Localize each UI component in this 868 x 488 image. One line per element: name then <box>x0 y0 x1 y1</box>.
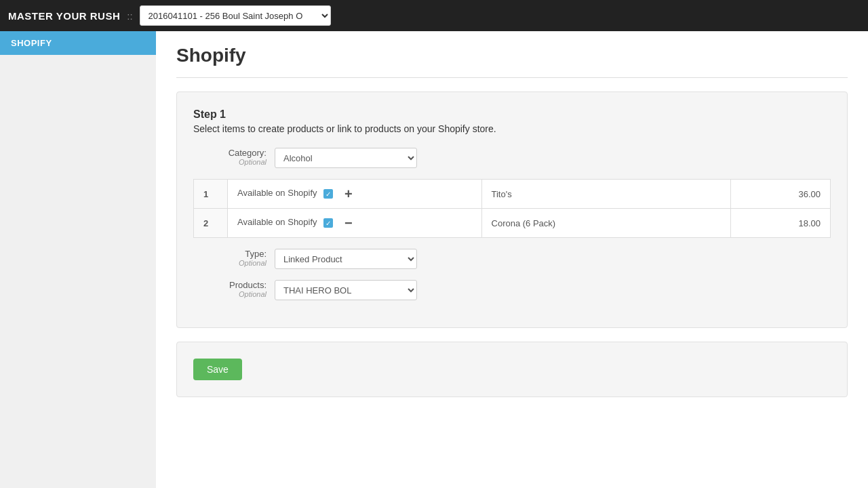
app-title: MASTER YOUR RUSH <box>8 10 120 22</box>
save-card: Save <box>176 342 848 397</box>
table-row: 2 Available on Shopify − Corona (6 Pack)… <box>194 209 831 238</box>
category-label-group: Category: Optional <box>193 148 275 166</box>
item-price: 36.00 <box>731 180 831 209</box>
row-number: 2 <box>194 209 228 238</box>
sidebar-item-shopify[interactable]: SHOPIFY <box>0 31 156 55</box>
step1-description: Select items to create products or link … <box>193 123 831 134</box>
category-row: Category: Optional Alcohol <box>193 148 831 168</box>
step1-title: Step 1 <box>193 108 831 121</box>
layout: SHOPIFY Shopify Step 1 Select items to c… <box>0 31 868 488</box>
available-checkbox[interactable] <box>323 189 333 199</box>
step1-card: Step 1 Select items to create products o… <box>176 92 848 328</box>
save-button[interactable]: Save <box>193 359 242 380</box>
type-label-group: Type: Optional <box>193 249 275 267</box>
header: MASTER YOUR RUSH :: 2016041101 - 256 Bou… <box>0 0 868 31</box>
products-label-group: Products: Optional <box>193 280 275 298</box>
products-optional: Optional <box>193 290 267 298</box>
products-row: Products: Optional THAI HERO BOL <box>193 280 831 300</box>
type-row: Type: Optional Linked Product <box>193 249 831 269</box>
table-row: 1 Available on Shopify + Tito's 36.00 <box>194 180 831 209</box>
available-text: Available on Shopify <box>237 217 317 227</box>
items-table: 1 Available on Shopify + Tito's 36.00 <box>193 179 831 238</box>
category-dropdown[interactable]: Alcohol <box>275 148 417 168</box>
category-optional: Optional <box>193 158 267 166</box>
available-label-col: Available on Shopify − <box>228 209 482 238</box>
page-title: Shopify <box>176 45 848 66</box>
item-name: Corona (6 Pack) <box>481 209 730 238</box>
item-price: 18.00 <box>731 209 831 238</box>
type-label: Type: <box>193 249 267 259</box>
sidebar: SHOPIFY <box>0 31 156 488</box>
header-separator: :: <box>127 10 132 22</box>
add-item-button[interactable]: + <box>341 186 356 201</box>
main-content: Shopify Step 1 Select items to create pr… <box>156 31 868 488</box>
type-dropdown[interactable]: Linked Product <box>275 249 417 269</box>
products-label: Products: <box>193 280 267 290</box>
available-checkbox[interactable] <box>323 218 333 228</box>
available-text: Available on Shopify <box>237 188 317 198</box>
type-optional: Optional <box>193 259 267 267</box>
available-label-col: Available on Shopify + <box>228 180 482 209</box>
divider <box>176 77 848 78</box>
row-number: 1 <box>194 180 228 209</box>
category-label: Category: <box>193 148 267 158</box>
location-dropdown[interactable]: 2016041101 - 256 Boul Saint Joseph O <box>140 5 331 26</box>
remove-item-button[interactable]: − <box>341 216 356 230</box>
products-dropdown[interactable]: THAI HERO BOL <box>275 280 417 300</box>
item-name: Tito's <box>481 180 730 209</box>
